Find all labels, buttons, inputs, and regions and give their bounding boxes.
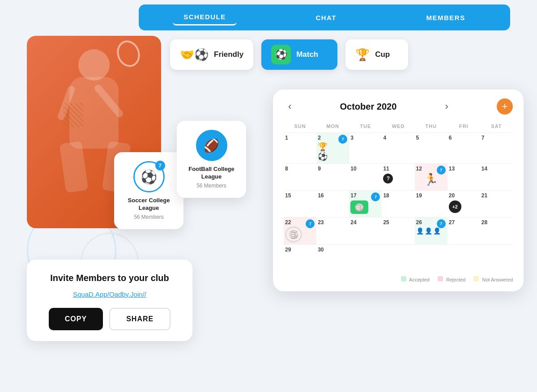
cal-cell-14[interactable]: 14 xyxy=(480,164,513,191)
invite-card: Invite Members to your club SquaD.App/Oa… xyxy=(27,260,192,341)
cal-cell-21[interactable]: 21 xyxy=(480,191,513,217)
filter-friendly-label: Friendly xyxy=(214,50,243,59)
legend-dot-rejected xyxy=(438,276,443,281)
soccer-club-logo: ⚽ 7 xyxy=(133,161,165,192)
calendar-week-3: 15 16 17 7 🏐 18 19 20 +2 21 xyxy=(284,191,513,217)
soccer-badge: 7 xyxy=(155,161,165,170)
day-header-wed: WED xyxy=(382,122,414,133)
cal-cell-24[interactable]: 24 xyxy=(349,217,382,245)
cal-cell-19[interactable]: 19 xyxy=(415,191,448,217)
cal-cell-20[interactable]: 20 +2 xyxy=(448,191,480,217)
filter-match-label: Match xyxy=(296,50,318,59)
cal-cell-3[interactable]: 3 xyxy=(349,133,382,164)
cal-cell-4[interactable]: 4 xyxy=(382,133,414,164)
legend-label-rejected: Rejected xyxy=(446,277,465,282)
cal-cell-7[interactable]: 7 xyxy=(480,133,513,164)
calendar-next-button[interactable]: › xyxy=(440,99,452,114)
cal-cell-15[interactable]: 15 xyxy=(284,191,316,217)
day-header-sat: SAT xyxy=(480,122,513,133)
invite-link[interactable]: SquaD.App/Oadby.Join// xyxy=(40,290,179,298)
ball-icon: ⚽ xyxy=(318,152,328,162)
cal-cell-e5 xyxy=(480,245,513,272)
invite-title: Invite Members to your club xyxy=(40,273,179,283)
calendar-prev-button[interactable]: ‹ xyxy=(284,99,296,114)
nav-chat[interactable]: CHAT xyxy=(305,10,347,25)
cal-cell-27[interactable]: 27 xyxy=(448,217,480,245)
copy-button[interactable]: COPY xyxy=(49,308,103,330)
legend-label-not-answered: Not Answered xyxy=(482,277,513,282)
calendar-day-headers: SUN MON TUE WED THU FRI SAT xyxy=(284,122,513,133)
football-club-logo: 🏈 xyxy=(196,130,227,161)
calendar-week-2: 8 9 10 11 ? 12 7 🏃 13 14 xyxy=(284,164,513,191)
day-header-thu: THU xyxy=(415,122,448,133)
day-header-mon: MON xyxy=(316,122,349,133)
cal-cell-1[interactable]: 1 xyxy=(284,133,316,164)
friendly-icon: 🤝⚽ xyxy=(180,49,209,60)
filter-pills: 🤝⚽ Friendly ⚽ Match 🏆 Cup xyxy=(170,39,408,70)
legend-label-accepted: Accepted xyxy=(409,277,430,282)
badge-22: 7 xyxy=(306,219,315,228)
cal-cell-2[interactable]: 2 7 🏆 ⚽ xyxy=(316,133,349,164)
soccer-club-name: Soccer College League xyxy=(124,197,174,212)
cal-cell-22[interactable]: 22 7 🏐 xyxy=(284,217,316,245)
cal-cell-25[interactable]: 25 xyxy=(382,217,414,245)
calendar-grid: SUN MON TUE WED THU FRI SAT 1 2 7 🏆 ⚽ 3 xyxy=(284,122,513,272)
legend-dot-accepted xyxy=(401,276,406,281)
badge-26: 7 xyxy=(437,219,446,228)
cal-cell-8[interactable]: 8 xyxy=(284,164,316,191)
calendar-legend: Accepted Rejected Not Answered xyxy=(284,276,513,282)
legend-accepted: Accepted xyxy=(401,276,430,282)
calendar-title: October 2020 xyxy=(340,102,397,112)
day-header-sun: SUN xyxy=(284,122,316,133)
cal-cell-16[interactable]: 16 xyxy=(316,191,349,217)
cal-cell-26[interactable]: 26 7 👤 👤 👤 xyxy=(415,217,448,245)
plus2-badge: +2 xyxy=(449,200,461,213)
nav-bar: SCHEDULE CHAT MEMBERS xyxy=(139,4,510,30)
club-card-soccer[interactable]: ⚽ 7 Soccer College League 56 Members xyxy=(114,152,183,229)
club-card-football[interactable]: 🏈 FootBall College League 56 Members xyxy=(177,121,246,198)
day-header-fri: FRI xyxy=(448,122,480,133)
cal-cell-13[interactable]: 13 xyxy=(448,164,480,191)
badge-12: 7 xyxy=(437,166,446,175)
invite-buttons: COPY SHARE xyxy=(40,308,179,330)
cal-cell-e1 xyxy=(349,245,382,272)
calendar-week-4: 22 7 🏐 23 24 25 26 7 👤 👤 👤 27 2 xyxy=(284,217,513,245)
calendar-header: ‹ October 2020 › + xyxy=(284,98,513,115)
soccer-club-members: 56 Members xyxy=(134,214,164,220)
cal-cell-9[interactable]: 9 xyxy=(316,164,349,191)
cal-cell-11[interactable]: 11 ? xyxy=(382,164,414,191)
filter-friendly[interactable]: 🤝⚽ Friendly xyxy=(170,39,253,70)
filter-match[interactable]: ⚽ Match xyxy=(261,39,337,70)
calendar-add-button[interactable]: + xyxy=(497,98,513,115)
nav-members[interactable]: MEMBERS xyxy=(416,10,476,25)
calendar-week-5: 29 30 xyxy=(284,245,513,272)
cal-cell-12[interactable]: 12 7 🏃 xyxy=(415,164,448,191)
football-club-name: FootBall College League xyxy=(187,166,236,181)
cal-cell-17[interactable]: 17 7 🏐 xyxy=(349,191,382,217)
cal-cell-30[interactable]: 30 xyxy=(316,245,349,272)
cal-cell-6[interactable]: 6 xyxy=(448,133,480,164)
trophy-icon: 🏆 xyxy=(318,142,328,152)
filter-cup[interactable]: 🏆 Cup xyxy=(345,39,408,70)
cup-icon: 🏆 xyxy=(355,49,370,60)
football-club-members: 56 Members xyxy=(196,183,226,189)
cal-cell-10[interactable]: 10 xyxy=(349,164,382,191)
nav-schedule[interactable]: SCHEDULE xyxy=(173,9,237,26)
share-button[interactable]: SHARE xyxy=(109,308,170,330)
cal-cell-e2 xyxy=(382,245,414,272)
cal-cell-e3 xyxy=(415,245,448,272)
filter-cup-label: Cup xyxy=(375,50,390,59)
cal-cell-5[interactable]: 5 xyxy=(415,133,448,164)
soccer-logo-icon: ⚽ xyxy=(141,169,157,185)
cal-cell-28[interactable]: 28 xyxy=(480,217,513,245)
day-header-tue: TUE xyxy=(349,122,382,133)
match-icon-bg: ⚽ xyxy=(271,45,291,64)
legend-rejected: Rejected xyxy=(438,276,465,282)
calendar-week-1: 1 2 7 🏆 ⚽ 3 4 5 6 7 xyxy=(284,133,513,164)
cal-cell-e4 xyxy=(448,245,480,272)
football-logo-icon: 🏈 xyxy=(204,138,219,153)
cal-cell-23[interactable]: 23 xyxy=(316,217,349,245)
legend-not-answered: Not Answered xyxy=(473,276,513,282)
cal-cell-18[interactable]: 18 xyxy=(382,191,414,217)
cal-cell-29[interactable]: 29 xyxy=(284,245,316,272)
